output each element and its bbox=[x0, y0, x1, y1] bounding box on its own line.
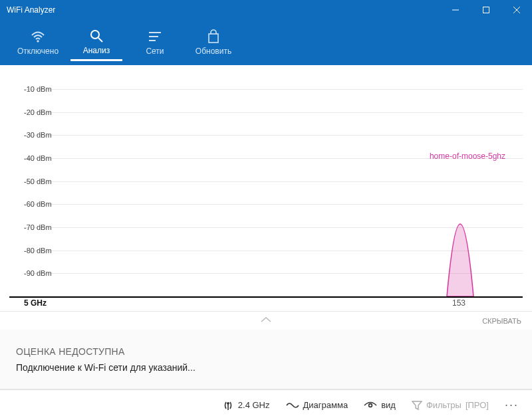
wifi-icon bbox=[30, 28, 46, 45]
y-tick-label: -50 dBm bbox=[24, 177, 52, 185]
y-tick-label: -80 dBm bbox=[24, 247, 52, 255]
filters-label: Фильтры bbox=[426, 400, 462, 410]
window-title: WiFi Analyzer bbox=[7, 5, 55, 15]
wave-icon bbox=[286, 401, 299, 410]
bottom-bar: 2.4 GHz Диаграмма вид Фильтры [ПРО] ··· bbox=[0, 389, 532, 420]
channel-label: 153 bbox=[452, 298, 466, 308]
tab-refresh[interactable]: Обновить bbox=[188, 23, 239, 61]
hide-link[interactable]: СКРЫВАТЬ bbox=[482, 317, 521, 325]
svg-point-13 bbox=[369, 403, 372, 407]
signal-chart: -10 dBm-20 dBm-30 dBm-40 dBm-50 dBm-60 d… bbox=[0, 65, 532, 311]
y-tick: -60 dBm bbox=[24, 204, 523, 205]
eye-icon bbox=[364, 401, 377, 410]
band-selector[interactable]: 2.4 GHz bbox=[215, 395, 277, 415]
tab-bar: Отключено Анализ Сети Обновить bbox=[0, 20, 532, 65]
bag-icon bbox=[207, 28, 220, 45]
svg-rect-1 bbox=[483, 7, 489, 13]
y-tick: -30 dBm bbox=[24, 135, 523, 136]
y-tick: -80 dBm bbox=[24, 251, 523, 251]
status-title: ОЦЕНКА НЕДОСТУПНА bbox=[16, 346, 516, 357]
search-icon bbox=[89, 27, 104, 45]
y-tick-label: -70 dBm bbox=[24, 223, 52, 231]
y-tick-label: -40 dBm bbox=[24, 154, 52, 162]
y-tick: -20 dBm bbox=[24, 112, 523, 113]
filters-button[interactable]: Фильтры [ПРО] bbox=[405, 396, 495, 415]
y-tick-label: -30 dBm bbox=[24, 131, 52, 139]
view-selector[interactable]: вид bbox=[357, 396, 402, 414]
filter-icon bbox=[412, 400, 422, 411]
panel-toggle-row: СКРЫВАТЬ bbox=[0, 311, 532, 330]
status-panel: ОЦЕНКА НЕДОСТУПНА Подключение к Wi-Fi се… bbox=[0, 330, 532, 389]
y-tick: -10 dBm bbox=[24, 89, 523, 90]
maximize-button[interactable] bbox=[471, 0, 501, 20]
svg-point-5 bbox=[91, 31, 99, 39]
y-tick: -70 dBm bbox=[24, 227, 523, 228]
y-tick-label: -60 dBm bbox=[24, 200, 52, 208]
tab-disconnected[interactable]: Отключено bbox=[12, 23, 64, 61]
status-message: Подключение к Wi-Fi сети для указаний... bbox=[16, 362, 516, 373]
title-bar: WiFi Analyzer bbox=[0, 0, 532, 20]
pro-badge: [ПРО] bbox=[466, 400, 489, 410]
tab-label: Сети bbox=[146, 47, 164, 56]
tab-analysis[interactable]: Анализ bbox=[70, 23, 122, 61]
view-selector-label: вид bbox=[381, 400, 396, 410]
svg-point-12 bbox=[227, 402, 229, 404]
svg-line-6 bbox=[98, 38, 102, 42]
network-ssid-label: home-of-moose-5ghz bbox=[430, 152, 505, 161]
antenna-icon bbox=[222, 399, 234, 411]
tab-label: Отключено bbox=[17, 47, 59, 56]
tab-label: Обновить bbox=[196, 47, 231, 56]
svg-point-4 bbox=[37, 41, 39, 42]
tab-networks[interactable]: Сети bbox=[129, 23, 181, 61]
svg-rect-10 bbox=[209, 34, 218, 43]
y-tick-label: -10 dBm bbox=[24, 85, 52, 93]
y-tick-label: -90 dBm bbox=[24, 269, 52, 277]
diagram-selector[interactable]: Диаграмма bbox=[279, 396, 355, 414]
close-button[interactable] bbox=[501, 0, 532, 20]
y-tick: -50 dBm bbox=[24, 181, 523, 182]
chevron-up-icon[interactable] bbox=[259, 316, 273, 326]
tab-label: Анализ bbox=[83, 46, 110, 55]
y-tick: -90 dBm bbox=[24, 273, 523, 274]
band-selector-label: 2.4 GHz bbox=[238, 400, 270, 410]
y-tick-label: -20 dBm bbox=[24, 108, 52, 116]
band-label: 5 GHz bbox=[24, 298, 47, 308]
list-icon bbox=[148, 28, 162, 45]
svg-marker-14 bbox=[412, 401, 422, 409]
minimize-button[interactable] bbox=[440, 0, 471, 20]
diagram-selector-label: Диаграмма bbox=[303, 400, 348, 410]
more-button[interactable]: ··· bbox=[498, 398, 525, 412]
